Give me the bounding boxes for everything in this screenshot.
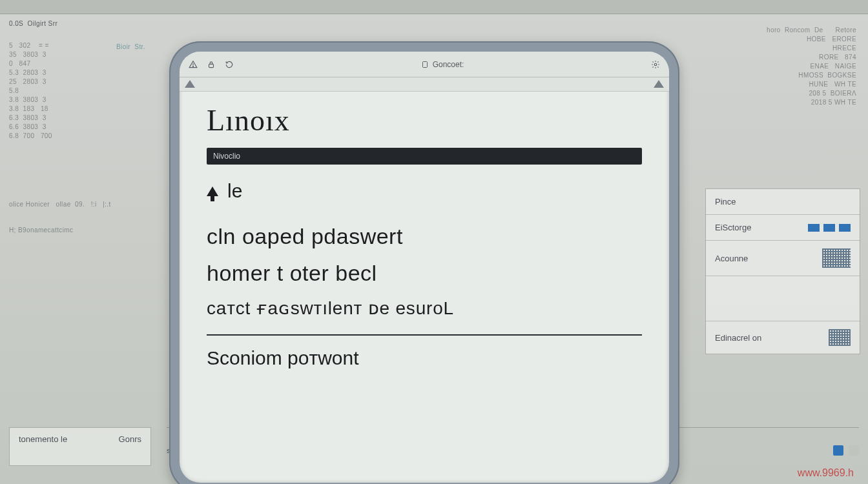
bg-col-right: horo Roncom De Retore HOBE ERORE HRECE R… <box>695 17 856 116</box>
settings-icon[interactable] <box>651 60 660 69</box>
divider <box>207 334 642 336</box>
svg-rect-3 <box>422 61 427 67</box>
bg-left-caption-1: olice Honicer ollae 09. !:i |:.t <box>9 200 111 209</box>
bg-col-teal: Bioir Str. <box>116 34 168 61</box>
refresh-icon[interactable] <box>225 60 234 69</box>
side-panel-row-0[interactable]: EiSctorge <box>706 215 860 241</box>
svg-rect-2 <box>209 64 214 67</box>
svg-point-4 <box>654 63 657 66</box>
row-indicator: le <box>207 180 642 202</box>
qr-pattern-icon <box>822 248 851 268</box>
side-panel-blocks <box>808 224 851 232</box>
side-panel-row-label: EiSctorge <box>715 223 751 232</box>
page-icon <box>421 61 429 68</box>
footer-line: Sconiom poтwont <box>207 347 642 369</box>
page-title: Lınoıx <box>207 103 642 137</box>
qr-pattern-icon <box>829 329 851 346</box>
bg-ribbon-label: 0.0S Oilgirt Srr <box>9 19 57 28</box>
bottom-card-left: tonemento le <box>19 434 67 465</box>
triangle-up-icon[interactable] <box>654 80 664 88</box>
body-line-1: cln oaped pdaswert <box>207 224 642 249</box>
bottom-card[interactable]: tonemento le Gonrs <box>9 427 151 466</box>
tablet-frame: Goncoet: Lınoıx Nivoclio le cln oaped pd… <box>169 41 679 484</box>
side-panel-row-2[interactable] <box>706 276 860 321</box>
arrow-up-icon <box>207 187 218 196</box>
side-panel-row-3[interactable]: Edinacrel on <box>706 321 860 354</box>
document-content: Lınoıx Nivoclio le cln oaped pdaswert ho… <box>180 92 669 483</box>
side-panel: Pince EiSctorge Acounne Edinacrel on <box>705 188 860 354</box>
warning-icon[interactable] <box>189 60 198 69</box>
bottom-card-right: Gonrs <box>119 434 141 465</box>
color-chip-icon <box>833 445 843 456</box>
bg-header-strip <box>0 0 868 14</box>
tablet-screen: Goncoet: Lınoıx Nivoclio le cln oaped pd… <box>180 52 669 483</box>
lock-icon[interactable] <box>207 60 216 69</box>
side-panel-row-1[interactable]: Acounne <box>706 241 860 276</box>
side-panel-row-label: Acounne <box>715 254 748 263</box>
triangle-up-icon[interactable] <box>185 80 195 88</box>
svg-point-1 <box>193 66 194 66</box>
body-line-2: homer t oter becl <box>207 261 642 286</box>
side-panel-title-row: Pince <box>706 189 860 215</box>
watermark: www.9969.h <box>798 467 854 479</box>
side-panel-row-label: Edinacrel on <box>715 333 761 343</box>
bg-left-caption-2: H; B9onamecattcimc <box>9 226 73 235</box>
row-indicator-text: le <box>227 180 242 202</box>
color-chip-icon <box>849 445 859 456</box>
window-titlebar: Goncoet: <box>180 52 669 77</box>
scroll-indicator-row <box>180 77 669 92</box>
body-line-3: caтct ғaɢswтılenт ᴅe esuroL <box>207 297 642 319</box>
dark-input-bar[interactable]: Nivoclio <box>207 148 642 165</box>
dark-bar-text: Nivoclio <box>213 152 240 161</box>
window-title: Goncoet: <box>433 60 464 69</box>
side-panel-title: Pince <box>715 197 736 207</box>
